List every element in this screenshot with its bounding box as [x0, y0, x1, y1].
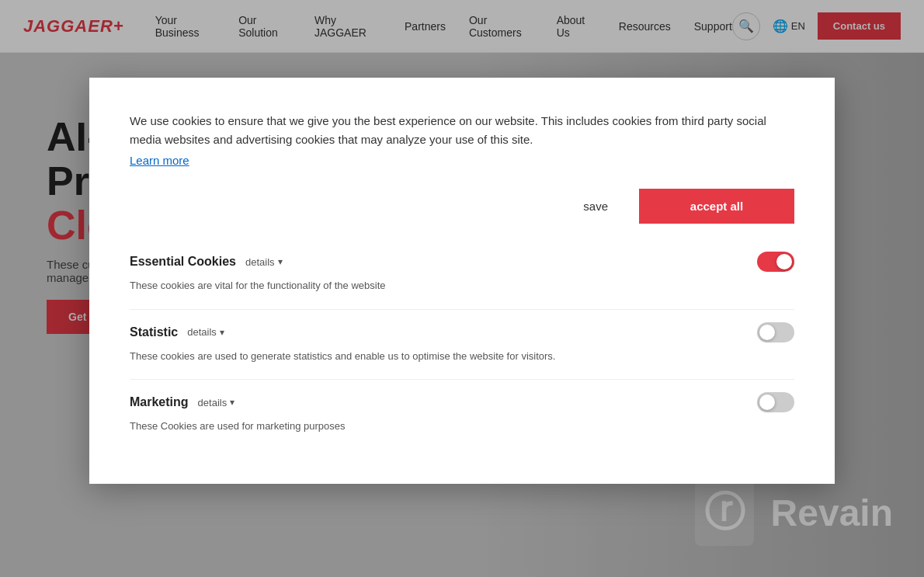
statistic-cookies-section: Statistic details ▾ These cookies are us…	[130, 322, 794, 364]
marketing-title: Marketing	[130, 395, 189, 409]
essential-toggle-knob	[776, 254, 792, 269]
marketing-toggle-knob	[759, 395, 775, 410]
marketing-cookies-section: Marketing details ▾ These Cookies are us…	[130, 392, 794, 434]
marketing-description: These Cookies are used for marketing pur…	[130, 419, 794, 434]
modal-description: We use cookies to ensure that we give yo…	[130, 112, 794, 149]
marketing-toggle[interactable]	[757, 392, 794, 412]
chevron-down-icon: ▾	[278, 256, 283, 267]
statistic-description: These cookies are used to generate stati…	[130, 349, 794, 364]
essential-title: Essential Cookies	[130, 255, 236, 269]
marketing-toggle-wrapper	[757, 392, 794, 412]
statistic-toggle-wrapper	[757, 322, 794, 342]
chevron-down-icon-3: ▾	[230, 397, 234, 408]
cookie-modal: We use cookies to ensure that we give yo…	[89, 78, 835, 484]
chevron-down-icon-2: ▾	[220, 327, 224, 338]
statistic-toggle[interactable]	[757, 322, 794, 342]
essential-toggle[interactable]	[757, 252, 794, 272]
modal-action-buttons: save accept all	[130, 189, 794, 224]
essential-toggle-wrapper	[757, 252, 794, 272]
divider-1	[130, 309, 794, 310]
essential-description: These cookies are vital for the function…	[130, 278, 794, 294]
marketing-details-button[interactable]: details ▾	[198, 397, 235, 408]
accept-all-button[interactable]: accept all	[639, 189, 794, 224]
statistic-details-button[interactable]: details ▾	[187, 326, 224, 338]
statistic-details-label: details	[187, 326, 217, 338]
statistic-title: Statistic	[130, 325, 178, 339]
marketing-details-label: details	[198, 397, 228, 408]
marketing-header: Marketing details ▾	[130, 392, 794, 412]
essential-details-button[interactable]: details ▾	[245, 256, 283, 268]
save-button[interactable]: save	[564, 192, 627, 221]
essential-header: Essential Cookies details ▾	[130, 252, 794, 272]
learn-more-link[interactable]: Learn more	[130, 154, 189, 167]
essential-details-label: details	[245, 256, 275, 268]
statistic-header: Statistic details ▾	[130, 322, 794, 342]
modal-backdrop: We use cookies to ensure that we give yo…	[0, 0, 924, 577]
divider-2	[130, 379, 794, 380]
essential-cookies-section: Essential Cookies details ▾ These cookie…	[130, 252, 794, 294]
statistic-toggle-knob	[759, 325, 775, 340]
